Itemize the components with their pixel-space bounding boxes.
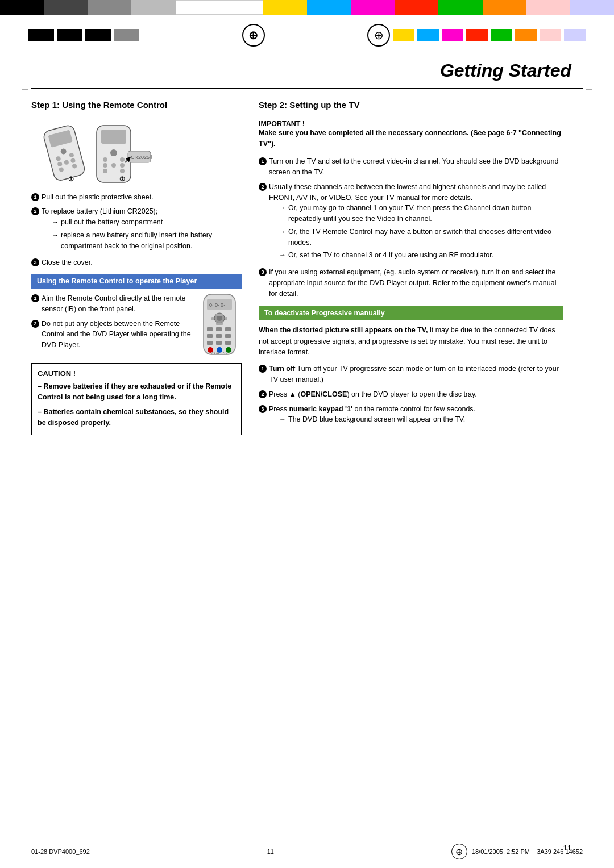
svg-text:PHILIPS: PHILIPS: [211, 351, 227, 355]
step2-num1: 1: [259, 157, 267, 165]
svg-point-12: [110, 149, 117, 156]
svg-rect-31: [216, 323, 223, 325]
progressive-intro: When the distorted picture still appears…: [259, 325, 563, 358]
svg-point-29: [217, 315, 222, 321]
svg-rect-37: [207, 334, 213, 338]
operate-text: 1 Aim the Remote Control directly at the…: [31, 293, 193, 357]
step2-num3: 3: [259, 268, 267, 276]
svg-rect-41: [216, 341, 222, 345]
svg-point-13: [103, 157, 107, 162]
svg-point-16: [120, 163, 125, 168]
page-title: Getting Started: [34, 60, 571, 81]
step2-num2: 2: [259, 183, 267, 191]
step2-instructions: 1 Turn on the TV and set to the correct …: [259, 156, 563, 299]
top-section: ⊕ ⊕: [0, 0, 614, 56]
important-text: Make sure you have completed all the nec…: [259, 128, 563, 150]
svg-point-15: [103, 163, 107, 168]
step1-num2: 2: [31, 207, 39, 215]
step2-text1: Turn on the TV and set to the correct vi…: [269, 156, 563, 178]
important-title: IMPORTANT !: [259, 120, 563, 128]
step2-text2: Usually these channels are between the l…: [269, 182, 563, 263]
op-num1: 1: [31, 294, 39, 302]
svg-point-14: [120, 157, 125, 162]
svg-rect-42: [225, 341, 231, 345]
remote-illustration: CR2025 ① ②: [37, 120, 156, 185]
svg-point-18: [103, 169, 107, 173]
svg-rect-30: [216, 314, 223, 316]
page-header: Getting Started: [0, 56, 614, 88]
svg-point-17: [111, 163, 116, 168]
green-box: To deactivate Progressive manually: [259, 306, 563, 320]
step1-num1: 1: [31, 193, 39, 201]
prog-text3: Press numeric keypad '1' on the remote c…: [269, 404, 563, 428]
svg-rect-34: [207, 327, 213, 331]
prog-num3: 3: [259, 405, 267, 413]
footer-left-code: 01-28 DVP4000_692: [31, 848, 90, 855]
svg-rect-33: [225, 317, 227, 320]
svg-text:②: ②: [119, 176, 125, 182]
prog-num2: 2: [259, 390, 267, 398]
prog-text1: Turn off Turn off your TV progressive sc…: [269, 364, 563, 385]
step1-num3: 3: [31, 258, 39, 266]
svg-rect-40: [207, 341, 213, 345]
caution-title: CAUTION !: [38, 369, 235, 378]
step1-header: Step 1: Using the Remote Control: [31, 99, 242, 114]
footer: 01-28 DVP4000_692 11 ⊕ 18/01/2005, 2:52 …: [31, 840, 583, 859]
step1-instructions: 1 Pull out the plastic protective sheet.…: [31, 192, 242, 269]
remote-small: 0· 0· 0·: [199, 293, 242, 357]
caution-text: – Remove batteries if they are exhausted…: [38, 381, 235, 429]
step2-header: Step 2: Setting up the TV: [259, 99, 563, 114]
left-column: Step 1: Using the Remote Control: [31, 99, 242, 435]
svg-rect-36: [225, 327, 231, 331]
svg-rect-35: [216, 327, 222, 331]
op-num2: 2: [31, 320, 39, 328]
caution-box: CAUTION ! – Remove batteries if they are…: [31, 363, 242, 435]
operate-section: 1 Aim the Remote Control directly at the…: [31, 293, 242, 357]
svg-rect-11: [101, 130, 126, 144]
op-text2: Do not put any objects between the Remot…: [42, 319, 193, 350]
step1-text3: Close the cover.: [42, 257, 242, 268]
svg-rect-39: [225, 334, 231, 338]
svg-text:①: ①: [68, 176, 74, 182]
footer-reg-mark: ⊕: [451, 844, 467, 859]
prog-text2: Press ▲ (OPEN/CLOSE) on the DVD player t…: [269, 389, 563, 400]
svg-point-19: [120, 169, 125, 173]
step1-text2: To replace battery (Lithium CR2025); → p…: [42, 206, 242, 253]
step1-text1: Pull out the plastic protective sheet.: [42, 192, 242, 203]
svg-text:CR2025: CR2025: [131, 155, 150, 160]
svg-rect-38: [216, 334, 222, 338]
important-box: IMPORTANT ! Make sure you have completed…: [259, 120, 563, 150]
prog-num1: 1: [259, 365, 267, 373]
footer-right-info: 18/01/2005, 2:52 PM 3A39 246 14652: [472, 848, 583, 855]
svg-rect-21: [150, 155, 152, 159]
svg-rect-32: [211, 317, 214, 320]
main-content: Step 1: Using the Remote Control: [0, 99, 614, 481]
op-text1: Aim the Remote Control directly at the r…: [42, 293, 193, 315]
right-column: Step 2: Setting up the TV IMPORTANT ! Ma…: [259, 99, 583, 435]
footer-center-page: 11: [267, 848, 274, 855]
progressive-steps: 1 Turn off Turn off your TV progressive …: [259, 364, 563, 427]
svg-text:0·  0·  0·: 0· 0· 0·: [209, 302, 225, 308]
blue-box: Using the Remote Control to operate the …: [31, 274, 242, 289]
step2-text3: If you are using external equipment, (eg…: [269, 267, 563, 299]
